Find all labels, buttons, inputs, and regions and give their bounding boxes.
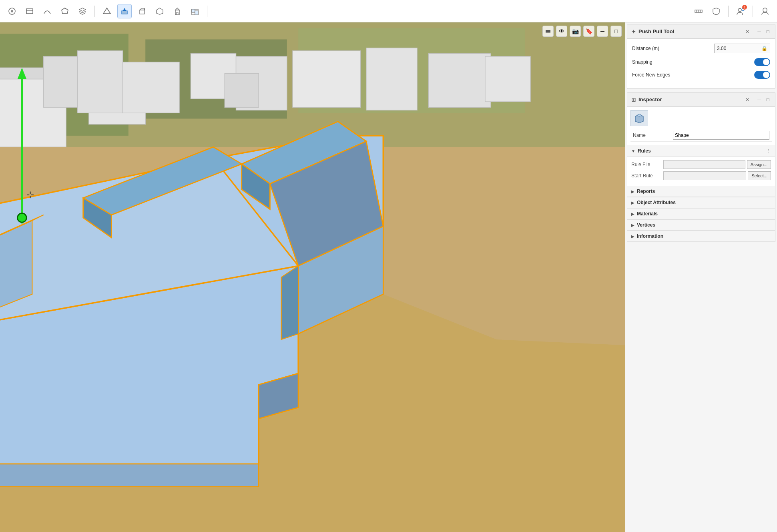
svg-rect-42 (428, 54, 491, 107)
information-chevron: ▶ (631, 234, 634, 239)
select-button[interactable]: Select... (748, 171, 771, 180)
materials-section-title: Materials (637, 211, 771, 217)
inspector-titlebar: ⊞ Inspector ✕ ─ □ (627, 92, 775, 107)
svg-rect-16 (195, 11, 198, 15)
right-panel: ✦ Push Pull Tool ✕ ─ □ Distance (m) 3.00… (625, 22, 777, 532)
inspector-name-table: Name (630, 129, 772, 142)
scene-svg: ⊹ (0, 22, 625, 532)
inspector-panel: ⊞ Inspector ✕ ─ □ (627, 92, 775, 242)
svg-rect-2 (26, 9, 33, 14)
svg-rect-67 (546, 31, 550, 32)
distance-value: 3.00 (717, 46, 726, 51)
push-pull-content: Distance (m) 3.00 🔒 Snapping Force New E… (627, 39, 775, 88)
information-section-header[interactable]: ▶ Information (627, 231, 775, 242)
push-pull-panel: ✦ Push Pull Tool ✕ ─ □ Distance (m) 3.00… (627, 24, 775, 89)
start-rule-field (663, 171, 746, 180)
tool-building1[interactable] (170, 4, 185, 18)
rules-menu-icon[interactable]: ⋮ (765, 148, 771, 154)
tool-pushpull[interactable] (117, 4, 132, 18)
vertices-section-header[interactable]: ▶ Vertices (627, 219, 775, 231)
svg-rect-66 (546, 30, 550, 31)
tool-measure-right[interactable] (691, 4, 706, 18)
rules-content: Rule File Assign... Start Rule Select... (627, 157, 775, 186)
tool-user-profile[interactable] (758, 4, 772, 18)
materials-chevron: ▶ (631, 212, 634, 216)
force-edges-label: Force New Edges (632, 72, 754, 78)
top-toolbar: 1 (0, 0, 777, 22)
name-input[interactable] (673, 131, 769, 140)
sep2 (207, 6, 207, 17)
viewport-minimize-icon[interactable]: ─ (597, 26, 608, 37)
svg-marker-4 (62, 8, 68, 14)
tool-extrude[interactable] (135, 4, 149, 18)
rules-chevron: ▼ (631, 149, 635, 153)
shape-icon-box (630, 110, 648, 126)
viewport-3d[interactable]: ⊹ 👁 📷 🔖 ─ □ (0, 22, 625, 532)
tool-building2[interactable] (188, 4, 202, 18)
inspector-panel-icon: ⊞ (631, 96, 636, 103)
svg-point-65 (18, 213, 27, 223)
viewport-bookmark-icon[interactable]: 🔖 (583, 26, 594, 37)
distance-label: Distance (m) (632, 46, 714, 51)
svg-rect-43 (485, 56, 530, 102)
svg-marker-53 (0, 464, 259, 487)
svg-point-21 (738, 8, 741, 12)
tool-box[interactable] (22, 4, 37, 18)
sep4 (753, 6, 753, 17)
svg-point-1 (11, 10, 13, 12)
snapping-toggle[interactable] (754, 58, 770, 66)
svg-rect-44 (225, 73, 259, 107)
tool-polygon[interactable] (58, 4, 72, 18)
distance-row: Distance (m) 3.00 🔒 (632, 44, 770, 53)
svg-point-23 (763, 8, 767, 12)
start-rule-label: Start Rule (631, 173, 663, 179)
push-pull-panel-icon: ✦ (631, 28, 636, 35)
svg-rect-36 (78, 51, 123, 113)
object-attributes-section-title: Object Attributes (637, 200, 771, 205)
tool-layers[interactable] (75, 4, 90, 18)
sep3 (728, 6, 729, 17)
object-attributes-section-header[interactable]: ▶ Object Attributes (627, 197, 775, 208)
distance-input[interactable]: 3.00 🔒 (714, 44, 770, 53)
inspector-icon-area (630, 110, 772, 126)
force-edges-toggle[interactable] (754, 71, 770, 79)
materials-section-header[interactable]: ▶ Materials (627, 208, 775, 219)
information-section-title: Information (637, 233, 771, 239)
svg-marker-9 (140, 8, 145, 10)
start-rule-row: Start Rule Select... (631, 171, 771, 180)
svg-rect-8 (140, 10, 145, 14)
inspector-maximize[interactable]: □ (765, 96, 771, 103)
push-pull-maximize[interactable]: □ (765, 28, 771, 35)
svg-rect-68 (546, 32, 550, 33)
svg-rect-15 (192, 9, 195, 12)
assign-button[interactable]: Assign... (747, 160, 771, 169)
tool-select[interactable] (5, 4, 19, 18)
snapping-label: Snapping (632, 59, 754, 65)
tool-shape2[interactable] (153, 4, 167, 18)
reports-section-header[interactable]: ▶ Reports (627, 186, 775, 197)
lock-icon: 🔒 (761, 46, 767, 51)
rule-file-label: Rule File (631, 162, 663, 167)
viewport-maximize-icon[interactable]: □ (610, 26, 622, 37)
push-pull-minimize[interactable]: ─ (756, 28, 763, 35)
inspector-close[interactable]: ✕ (744, 96, 751, 103)
rules-section-header[interactable]: ▼ Rules ⋮ (627, 145, 775, 157)
viewport-camera-icon[interactable]: 📷 (570, 26, 581, 37)
push-pull-titlebar: ✦ Push Pull Tool ✕ ─ □ (627, 24, 775, 39)
push-pull-controls: ✕ ─ □ (744, 28, 771, 35)
viewport-eye-icon[interactable]: 👁 (556, 26, 567, 37)
svg-marker-12 (175, 8, 179, 10)
tool-shield[interactable] (709, 4, 723, 18)
tool-vertex[interactable] (100, 4, 114, 18)
svg-rect-35 (44, 56, 78, 107)
svg-rect-41 (366, 48, 417, 110)
svg-marker-5 (103, 8, 110, 14)
svg-rect-40 (293, 51, 361, 107)
svg-marker-58 (281, 266, 298, 339)
push-pull-close[interactable]: ✕ (744, 28, 751, 35)
tool-curve[interactable] (40, 4, 54, 18)
viewport-controls: 👁 📷 🔖 ─ □ (542, 26, 622, 37)
tool-users[interactable]: 1 (733, 4, 748, 18)
inspector-minimize[interactable]: ─ (756, 96, 763, 103)
viewport-layers-icon[interactable] (542, 26, 554, 37)
